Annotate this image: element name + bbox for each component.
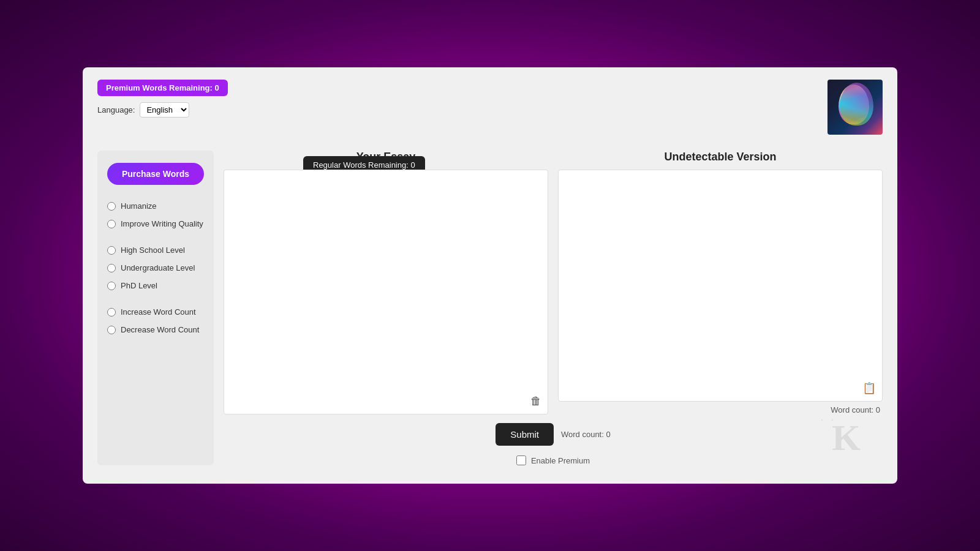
content-area: Purchase Words Humanize Improve Writing … bbox=[97, 151, 883, 465]
top-bar: Premium Words Remaining: 0 Language: Eng… bbox=[97, 80, 883, 135]
language-select[interactable]: English Spanish French German Italian bbox=[140, 102, 189, 118]
radio-phd[interactable] bbox=[107, 282, 116, 290]
option-decrease-word[interactable]: Decrease Word Count bbox=[107, 322, 204, 337]
undetectable-copy-button[interactable]: 📋 bbox=[862, 381, 876, 395]
essay-word-count-value: 0 bbox=[606, 430, 610, 439]
essay-trash-button[interactable]: 🗑 bbox=[530, 395, 541, 408]
undetectable-word-count-label: Word count: bbox=[831, 405, 873, 414]
option-high-school[interactable]: High School Level bbox=[107, 242, 204, 258]
radio-high-school[interactable] bbox=[107, 246, 116, 255]
logo-area bbox=[827, 80, 883, 135]
enable-premium-checkbox[interactable] bbox=[516, 455, 526, 465]
top-left: Premium Words Remaining: 0 Language: Eng… bbox=[97, 80, 228, 118]
radio-undergraduate[interactable] bbox=[107, 264, 116, 272]
essay-column: Your Essay 🗑 bbox=[224, 151, 548, 414]
option-undergraduate[interactable]: Undergraduate Level bbox=[107, 260, 204, 276]
essay-textarea-wrapper: 🗑 bbox=[224, 170, 548, 414]
option-phd[interactable]: PhD Level bbox=[107, 278, 204, 293]
radio-improve-writing[interactable] bbox=[107, 220, 116, 228]
label-phd: PhD Level bbox=[121, 281, 157, 290]
undetectable-textarea-wrapper: 📋 bbox=[558, 170, 883, 402]
undetectable-column: Undetectable Version 📋 Word count: 0 bbox=[558, 151, 883, 414]
main-container: Premium Words Remaining: 0 Language: Eng… bbox=[83, 67, 897, 484]
radio-decrease-word[interactable] bbox=[107, 326, 116, 334]
undetectable-word-count-row: Word count: 0 bbox=[558, 405, 883, 414]
radio-increase-word[interactable] bbox=[107, 308, 116, 317]
premium-words-badge: Premium Words Remaining: 0 bbox=[97, 80, 228, 96]
essay-word-count-label: Word count: bbox=[561, 430, 604, 439]
undetectable-textarea[interactable] bbox=[559, 170, 882, 401]
submit-row: Submit Word count: 0 bbox=[224, 423, 883, 446]
language-row: Language: English Spanish French German … bbox=[97, 102, 228, 118]
purchase-words-button[interactable]: Purchase Words bbox=[107, 163, 204, 185]
option-increase-word[interactable]: Increase Word Count bbox=[107, 304, 204, 320]
label-increase-word: Increase Word Count bbox=[121, 307, 196, 317]
label-improve-writing: Improve Writing Quality bbox=[121, 219, 203, 228]
option-humanize[interactable]: Humanize bbox=[107, 198, 204, 214]
option-improve-writing[interactable]: Improve Writing Quality bbox=[107, 216, 204, 231]
radio-humanize[interactable] bbox=[107, 202, 116, 211]
undetectable-word-count-value: 0 bbox=[876, 405, 880, 414]
label-undergraduate: Undergraduate Level bbox=[121, 263, 195, 272]
essay-textarea[interactable] bbox=[224, 170, 548, 414]
label-humanize: Humanize bbox=[121, 201, 157, 211]
enable-premium-label[interactable]: Enable Premium bbox=[531, 456, 590, 465]
spacer-2 bbox=[107, 296, 204, 302]
sidebar: Purchase Words Humanize Improve Writing … bbox=[97, 151, 214, 465]
essay-word-count-row: Word count: 0 bbox=[561, 430, 611, 439]
label-high-school: High School Level bbox=[121, 246, 185, 255]
submit-button[interactable]: Submit bbox=[496, 423, 554, 446]
editor-area: Your Essay 🗑 Undetectable Version 📋 Word… bbox=[224, 151, 883, 465]
undetectable-title: Undetectable Version bbox=[558, 151, 883, 163]
enable-premium-row: Enable Premium bbox=[224, 455, 883, 465]
spacer-1 bbox=[107, 234, 204, 240]
label-decrease-word: Decrease Word Count bbox=[121, 325, 199, 334]
app-logo bbox=[827, 80, 883, 135]
editor-columns: Your Essay 🗑 Undetectable Version 📋 Word… bbox=[224, 151, 883, 414]
logo-face bbox=[827, 80, 883, 135]
language-label: Language: bbox=[97, 105, 135, 114]
